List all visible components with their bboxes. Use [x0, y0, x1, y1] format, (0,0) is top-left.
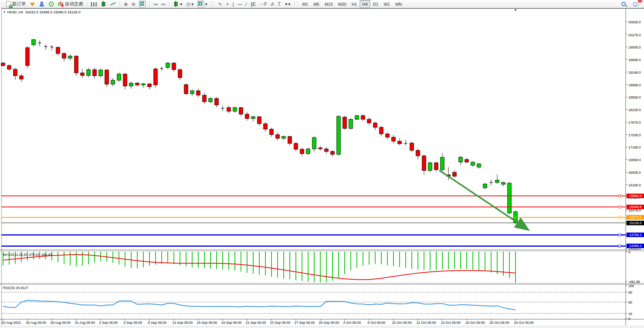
auto-scroll-button[interactable]: ↦ [152, 0, 159, 8]
price-axis-tick-label: 19938.0 [628, 45, 641, 49]
line-chart-button[interactable] [108, 0, 118, 8]
template-button[interactable]: ▾ [196, 0, 209, 8]
crosshair-tool[interactable]: + [224, 0, 231, 8]
bear-candle [410, 143, 414, 150]
text-tool-glyph-icon: A [271, 2, 274, 6]
time-axis-label: 24 Oct 05:00 [514, 321, 534, 325]
timeframe-m5-button[interactable]: M5 [311, 0, 322, 8]
timeframe-m1-button[interactable]: M1 [300, 0, 311, 8]
time-axis-label: 3 Oct 05:00 [343, 321, 361, 325]
period-button[interactable]: ◷▾ [184, 0, 196, 8]
support-line-blue-2-handle[interactable] [618, 245, 621, 247]
arrows-tool[interactable]: ✦▾ [283, 0, 292, 8]
chart-shift-button[interactable]: ↤ [159, 0, 167, 8]
chart-shift-button-glyph-icon: ↤ [161, 2, 165, 6]
bull-candle [337, 116, 340, 155]
time-axis-label: 20 Oct 05:00 [490, 321, 509, 325]
trend-arrow-object[interactable] [439, 170, 526, 228]
bear-candle [215, 99, 218, 105]
candlestick-chart-button[interactable] [99, 0, 108, 8]
notifications-button[interactable]: 1 [631, 0, 640, 8]
zoom-out-button[interactable]: ⊖ [130, 0, 137, 8]
navigator-button[interactable] [47, 0, 56, 8]
timeframe-mn-button[interactable]: MN [393, 0, 405, 8]
timeframe-m15-button[interactable]: M15 [322, 0, 335, 8]
rsi-indicator-label: RSI(15) 25.9127 [3, 286, 28, 290]
bear-candle [416, 150, 420, 156]
main-toolbar: 新订单自动交易⊕⊖↦↤▾◷▾▾↖+|—∕∥E⋯FAT✦▾M1M5M15M30H1… [0, 0, 644, 8]
bear-candle [294, 144, 298, 149]
cursor-tool[interactable]: ↖ [217, 0, 224, 8]
bear-candle [62, 53, 66, 58]
profiles-button[interactable] [37, 0, 47, 8]
market-watch-button[interactable] [28, 0, 37, 8]
bull-candle [312, 137, 316, 149]
autotrading-button-label: 自动交易 [65, 1, 83, 7]
time-axis-label: 25 Aug 05:00 [26, 321, 46, 325]
candlestick-chart-icon [102, 2, 105, 6]
bear-candle [379, 127, 383, 134]
bull-candle [129, 83, 133, 86]
bull-candle [166, 63, 170, 67]
zoom-in-button[interactable]: ⊕ [122, 0, 130, 8]
market-watch-icon [30, 3, 35, 6]
bear-candle [135, 83, 139, 85]
toolbar-separator [149, 1, 150, 7]
bear-candle [385, 134, 389, 137]
vertical-line-tool[interactable]: | [231, 0, 236, 8]
timeframe-m30-button[interactable]: M30 [336, 0, 349, 8]
channel-tool[interactable]: ∥E [249, 0, 258, 8]
time-axis-label: 18 Oct 05:00 [465, 321, 485, 325]
bull-candle [428, 163, 432, 170]
new-chart-button[interactable]: ▾ [171, 0, 184, 8]
toolbar-grip [296, 2, 298, 7]
horizontal-line-tool[interactable]: — [236, 0, 244, 8]
chart-shift-marker-icon[interactable]: ▼ [514, 8, 517, 12]
bar-chart-button[interactable] [89, 0, 99, 8]
bear-candle [154, 69, 157, 85]
fibonacci-tool[interactable]: ⋯F [258, 0, 269, 8]
support-line-blue-1-handle[interactable] [618, 234, 621, 236]
bull-candle [99, 70, 103, 76]
autotrading-button[interactable]: 自动交易 [56, 0, 85, 8]
doji-candle [50, 47, 53, 47]
navigator-icon [49, 2, 54, 6]
bear-candle [453, 172, 456, 176]
resistance-line-1-handle[interactable] [618, 195, 621, 197]
trendline-tool[interactable]: ∕ [244, 0, 249, 8]
crosshair-tool-glyph-icon: + [226, 2, 229, 6]
time-axis-label: 21 Sep 05:00 [246, 321, 266, 325]
time-axis-label: 15 Sep 05:00 [197, 321, 217, 325]
timeframe-h1-button[interactable]: H1 [349, 0, 360, 8]
resistance-line-2-handle[interactable] [618, 206, 621, 208]
price-axis-tick-label: 17538.0 [628, 133, 641, 137]
search-icon [622, 2, 626, 6]
bull-candle [87, 69, 90, 75]
timeframe-w1-button[interactable]: W1 [381, 0, 393, 8]
time-axis-label: 10 Oct 05:00 [392, 321, 412, 325]
time-axis-label: 2 Sep 05:00 [99, 321, 118, 325]
line-chart-icon [110, 1, 116, 7]
fibonacci-tool-glyph-icon: ⋯F [260, 2, 267, 6]
text-tool[interactable]: A [269, 0, 276, 8]
timeframe-h4-button[interactable]: H4 [360, 0, 370, 8]
template-button-glyph-icon: ▾ [205, 2, 207, 6]
bear-candle [288, 136, 292, 143]
bear-candle [93, 69, 96, 76]
bear-candle [56, 47, 60, 53]
resistance-line-1-price-label: 15864.0 [626, 194, 644, 198]
period-button-glyph-icon: ▾ [191, 2, 194, 6]
text-label-tool[interactable]: T [276, 0, 282, 8]
price-axis-tick-label: 18908.0 [628, 83, 641, 87]
bear-candle [331, 152, 334, 155]
rsi-line [3, 301, 516, 310]
tile-windows-button[interactable] [137, 0, 148, 8]
timeframe-d1-button[interactable]: D1 [370, 0, 381, 8]
support-line-orange-handle[interactable] [618, 216, 621, 218]
search-button[interactable] [619, 0, 628, 8]
chart-collapse-icon[interactable]: ▼ [3, 11, 6, 13]
arrows-tool-glyph-icon: ✦▾ [284, 2, 291, 6]
bear-candle [202, 95, 206, 102]
new-order-button[interactable]: 新订单 [4, 0, 28, 8]
chart-canvas [0, 8, 644, 328]
